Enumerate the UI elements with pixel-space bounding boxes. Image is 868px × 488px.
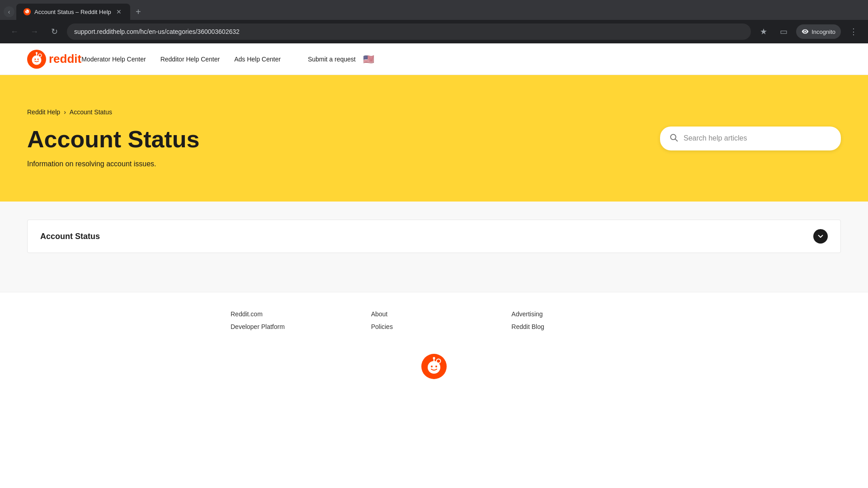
tab-close-button[interactable]: ✕ xyxy=(115,8,123,16)
footer-col-2: About Policies xyxy=(371,310,497,336)
submit-request-link[interactable]: Submit a request xyxy=(308,56,356,63)
svg-line-15 xyxy=(675,139,678,141)
site-footer: Reddit.com Developer Platform About Poli… xyxy=(0,292,868,388)
moderator-help-link[interactable]: Moderator Help Center xyxy=(81,56,146,63)
back-button[interactable]: ← xyxy=(7,24,22,39)
tab-favicon xyxy=(24,8,31,15)
footer-link-developer[interactable]: Developer Platform xyxy=(231,323,357,330)
breadcrumb-separator: › xyxy=(64,108,66,116)
svg-point-10 xyxy=(34,58,36,60)
tab-scroll-back[interactable]: ‹ xyxy=(4,6,14,17)
incognito-icon xyxy=(802,28,809,35)
svg-point-19 xyxy=(437,360,440,363)
language-selector[interactable]: 🇺🇸 xyxy=(363,54,374,65)
footer-links-grid: Reddit.com Developer Platform About Poli… xyxy=(231,310,637,336)
page-title: Account Status xyxy=(27,127,633,152)
main-nav: Moderator Help Center Redditor Help Cent… xyxy=(81,56,281,63)
menu-button[interactable]: ⋮ xyxy=(846,24,861,39)
url-text: support.reddithelp.com/hc/en-us/categori… xyxy=(74,28,240,35)
footer-link-advertising[interactable]: Advertising xyxy=(511,310,637,318)
hero-content: Reddit Help › Account Status Account Sta… xyxy=(27,108,633,168)
footer-link-reddit[interactable]: Reddit.com xyxy=(231,310,357,318)
footer-col-3: Advertising Reddit Blog xyxy=(511,310,637,336)
active-tab[interactable]: Account Status – Reddit Help ✕ xyxy=(16,4,130,20)
search-container xyxy=(660,127,841,150)
section-header[interactable]: Account Status xyxy=(28,220,840,253)
hero-section: Reddit Help › Account Status Account Sta… xyxy=(0,75,868,202)
hero-description: Information on resolving account issues. xyxy=(27,160,633,168)
header-actions: Submit a request 🇺🇸 xyxy=(308,54,374,65)
address-bar: ← → ↻ support.reddithelp.com/hc/en-us/ca… xyxy=(0,20,868,43)
chevron-down-icon xyxy=(816,232,825,240)
site-header: reddit Moderator Help Center Redditor He… xyxy=(0,43,868,75)
main-content: Account Status xyxy=(0,202,868,292)
forward-button[interactable]: → xyxy=(27,24,42,39)
incognito-button[interactable]: Incognito xyxy=(796,24,841,39)
logo-text: reddit xyxy=(49,52,81,66)
account-status-section: Account Status xyxy=(27,220,841,253)
svg-point-9 xyxy=(39,54,41,56)
search-box xyxy=(660,127,841,150)
browser-chrome: ‹ Account Status – Reddit Help ✕ + ← → ↻… xyxy=(0,0,868,43)
svg-point-3 xyxy=(28,11,28,12)
svg-point-21 xyxy=(435,366,437,367)
svg-point-13 xyxy=(36,52,38,54)
svg-point-23 xyxy=(433,357,435,359)
footer-link-about[interactable]: About xyxy=(371,310,497,318)
footer-col-1: Reddit.com Developer Platform xyxy=(231,310,357,336)
new-tab-button[interactable]: + xyxy=(132,5,145,18)
footer-snoo-icon xyxy=(421,354,447,379)
logo[interactable]: reddit xyxy=(27,50,81,69)
footer-logo xyxy=(27,354,841,379)
svg-point-20 xyxy=(431,366,433,367)
breadcrumb-home[interactable]: Reddit Help xyxy=(27,108,60,116)
search-icon xyxy=(669,133,678,144)
redditor-help-link[interactable]: Redditor Help Center xyxy=(160,56,220,63)
footer-link-policies[interactable]: Policies xyxy=(371,323,497,330)
tab-bar: ‹ Account Status – Reddit Help ✕ + xyxy=(0,0,868,20)
url-bar[interactable]: support.reddithelp.com/hc/en-us/categori… xyxy=(67,23,751,40)
tab-title: Account Status – Reddit Help xyxy=(34,9,111,15)
split-screen-button[interactable]: ▭ xyxy=(776,24,791,39)
snoo-icon xyxy=(27,50,46,69)
reload-button[interactable]: ↻ xyxy=(47,24,61,39)
svg-point-11 xyxy=(38,58,39,60)
section-toggle-button[interactable] xyxy=(813,229,828,244)
ads-help-link[interactable]: Ads Help Center xyxy=(234,56,281,63)
footer-link-blog[interactable]: Reddit Blog xyxy=(511,323,637,330)
incognito-label: Incognito xyxy=(811,28,835,35)
section-title: Account Status xyxy=(40,232,100,241)
breadcrumb: Reddit Help › Account Status xyxy=(27,108,633,116)
breadcrumb-current: Account Status xyxy=(70,108,112,116)
search-input[interactable] xyxy=(684,134,832,142)
bookmark-button[interactable]: ★ xyxy=(756,24,771,39)
